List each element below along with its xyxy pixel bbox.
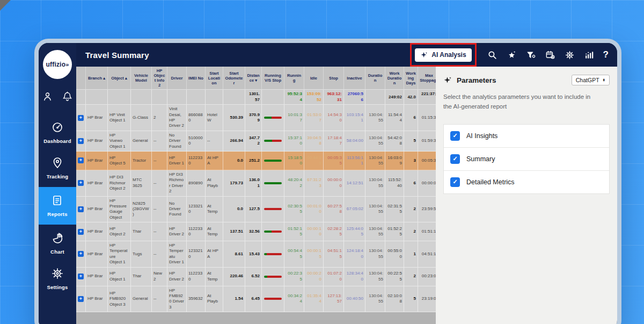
column-header[interactable]: Work Duration bbox=[385, 67, 404, 90]
user-icon[interactable] bbox=[42, 91, 53, 102]
table-cell: 130:04:55 bbox=[365, 152, 385, 170]
table-cell: 02:31:55 bbox=[385, 197, 404, 223]
column-header[interactable]: Idle bbox=[304, 67, 324, 90]
ai-analysis-button[interactable]: AI Analysis bbox=[415, 48, 471, 62]
column-header[interactable]: Distance ▾ bbox=[245, 67, 262, 90]
chart-icon bbox=[51, 232, 64, 247]
app-window: uffizio» DashboardTrackingReportsChartSe… bbox=[34, 39, 621, 324]
summary-cell bbox=[131, 90, 152, 105]
summary-cell bbox=[152, 90, 167, 105]
table-cell: At HP A bbox=[206, 152, 223, 170]
expand-row-button[interactable]: + bbox=[78, 115, 84, 121]
notifications-bell-icon[interactable] bbox=[62, 91, 73, 102]
table-header-row: Branch ▴Object ▴Vehicle ModelHP Object I… bbox=[76, 67, 436, 90]
sidebar-item-dashboard[interactable]: Dashboard bbox=[39, 116, 76, 149]
table-cell: 00:44:19 bbox=[304, 152, 324, 170]
parameter-option[interactable]: ✓Summary bbox=[444, 148, 609, 171]
expand-row-button[interactable]: + bbox=[78, 206, 84, 212]
checkbox-checked[interactable]: ✓ bbox=[450, 131, 460, 141]
parameter-option[interactable]: ✓Detailed Metrics bbox=[444, 171, 609, 193]
sidebar-item-chart[interactable]: Chart bbox=[39, 227, 76, 260]
column-header[interactable]: Start Location bbox=[206, 67, 223, 90]
checkbox-checked[interactable]: ✓ bbox=[450, 177, 460, 187]
table-row[interactable]: +HP BrarHP Vuewo Object 1General--No Dri… bbox=[76, 131, 436, 152]
checkbox-checked[interactable]: ✓ bbox=[450, 154, 460, 164]
sidebar-item-label: Dashboard bbox=[43, 138, 71, 144]
table-cell: + bbox=[76, 197, 86, 223]
table-cell: + bbox=[76, 286, 86, 313]
expand-row-button[interactable]: + bbox=[78, 157, 84, 163]
table-cell: 23:59:59 bbox=[418, 197, 436, 223]
table-cell: 04:51:15 bbox=[418, 241, 436, 268]
table-cell: 359632 bbox=[187, 286, 206, 313]
running-vs-stop-bar bbox=[264, 231, 281, 233]
column-header[interactable]: Running V/S Stop bbox=[262, 67, 284, 90]
table-cell: No Driver Found bbox=[167, 131, 187, 152]
table-cell: 00:00:20 bbox=[304, 268, 324, 286]
table-row[interactable]: +HP BrarHP Pressure Gauge ObjectN2825 (2… bbox=[76, 197, 436, 223]
column-header[interactable]: Stop bbox=[324, 67, 344, 90]
filter-icon[interactable] bbox=[526, 50, 536, 60]
table-cell: 179.73 bbox=[223, 170, 245, 197]
column-header[interactable]: Object ▴ bbox=[108, 67, 131, 90]
sidebar-item-reports[interactable]: Reports bbox=[39, 187, 76, 225]
table-cell: 04:51:15 bbox=[324, 241, 344, 268]
favorites-star-icon[interactable] bbox=[507, 50, 517, 60]
expand-row-button[interactable]: + bbox=[78, 138, 84, 144]
table-cell: 00:00:10 bbox=[304, 222, 324, 241]
table-row[interactable]: +HP BrarHP Object 2Thar--HP Driver 21122… bbox=[76, 222, 436, 241]
table-row[interactable]: +HP BrarHP Object 5Tractor--HP Driver 11… bbox=[76, 152, 436, 170]
model-select[interactable]: ChatGPT ▲▼ bbox=[572, 75, 610, 85]
settings-gear-icon[interactable] bbox=[565, 50, 575, 60]
table-row[interactable]: +HP BrarHP FMB920 Object 3General--HP FM… bbox=[76, 286, 436, 313]
table-cell: HP Driver 1 bbox=[167, 152, 187, 170]
column-header[interactable]: Vehicle Model bbox=[131, 67, 152, 90]
table-row[interactable]: +HP BrarHP DI3 Richmor Object 2MTC 3625-… bbox=[76, 170, 436, 197]
sidebar-item-settings[interactable]: Settings bbox=[39, 262, 76, 296]
column-header[interactable]: Start Odometer bbox=[223, 67, 245, 90]
sidebar-item-tracking[interactable]: Tracking bbox=[39, 152, 76, 185]
table-cell: 00:34:24 bbox=[284, 286, 304, 313]
column-header[interactable]: Working Days bbox=[404, 67, 418, 90]
table-cell: 14:12:51 bbox=[344, 170, 365, 197]
report-table: Branch ▴Object ▴Vehicle ModelHP Object I… bbox=[76, 67, 436, 324]
brand-logo[interactable]: uffizio» bbox=[43, 50, 72, 79]
table-cell: 137.51 bbox=[223, 222, 245, 241]
brand-logo-text: uffizio» bbox=[46, 61, 69, 68]
expand-row-button[interactable]: + bbox=[78, 296, 84, 302]
table-cell: At HP A bbox=[206, 241, 223, 268]
column-header[interactable]: Driver bbox=[167, 67, 187, 90]
expand-row-button[interactable]: + bbox=[78, 180, 84, 186]
search-icon[interactable] bbox=[487, 50, 497, 60]
table-row[interactable]: +HP BrarHP Vinit Object 1G-Class2Vinit D… bbox=[76, 105, 436, 131]
table-cell: -- bbox=[206, 131, 223, 152]
table-row[interactable]: +HP BrarHP Temperature Object 1Tugs--HP … bbox=[76, 241, 436, 268]
column-header[interactable]: IMEI No bbox=[187, 67, 206, 90]
table-cell bbox=[262, 286, 284, 313]
table-cell: 48:20:42 bbox=[284, 170, 304, 197]
summary-cell bbox=[167, 90, 187, 105]
expand-row-button[interactable]: + bbox=[78, 273, 84, 279]
table-cell: -- bbox=[152, 286, 167, 313]
column-header[interactable]: Running bbox=[284, 67, 304, 90]
sidebar: uffizio» DashboardTrackingReportsChartSe… bbox=[39, 43, 76, 324]
column-header[interactable]: Max Stoppage bbox=[418, 67, 436, 90]
stats-columns-icon[interactable] bbox=[584, 50, 594, 60]
summary-cell: 153:09:52 bbox=[304, 90, 324, 105]
table-cell: 347.72 bbox=[245, 131, 262, 152]
table-cell: 266.94 bbox=[223, 131, 245, 152]
table-row[interactable]: +HP BrarHP Object 1TharNew 2HP Driver 21… bbox=[76, 268, 436, 286]
table-cell bbox=[262, 241, 284, 268]
expand-row-button[interactable]: + bbox=[78, 251, 84, 257]
table-cell: HP Brar bbox=[86, 170, 108, 197]
column-header[interactable]: HP Object Info 2 bbox=[152, 67, 167, 90]
column-header[interactable]: Inactive bbox=[344, 67, 365, 90]
expand-row-button[interactable]: + bbox=[78, 229, 84, 235]
schedule-calendar-icon[interactable] bbox=[545, 50, 555, 60]
column-header[interactable]: Branch ▴ bbox=[86, 67, 108, 90]
parameter-option[interactable]: ✓AI Insights bbox=[444, 125, 609, 148]
sidebar-item-label: Reports bbox=[47, 211, 67, 217]
help-icon[interactable]: ? bbox=[603, 49, 609, 60]
column-header[interactable]: Duration bbox=[365, 67, 385, 90]
table-cell: + bbox=[76, 222, 86, 241]
